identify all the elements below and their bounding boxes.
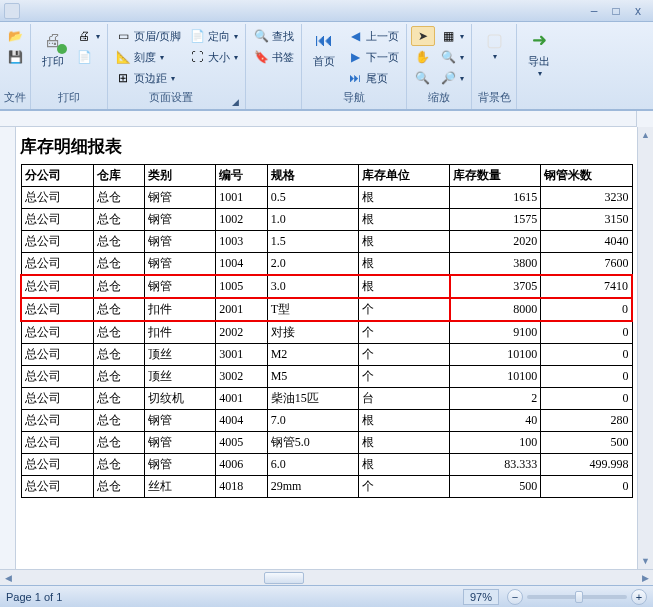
print-options-button[interactable]: 📄 [73,47,103,67]
table-cell: 0 [541,388,632,410]
table-cell: 个 [358,298,449,321]
zoom-slider-track[interactable] [527,595,627,599]
horizontal-scrollbar[interactable]: ◀ ▶ [0,569,653,585]
next-page-icon: ▶ [347,49,363,65]
vertical-scrollbar[interactable]: ▲ ▼ [637,127,653,569]
pointer-button[interactable]: ➤ [411,26,435,46]
many-pages-button[interactable]: ▦▾ [437,26,467,46]
first-page-button[interactable]: ⏮ 首页 [306,26,342,71]
next-page-button[interactable]: ▶下一页 [344,47,402,67]
group-file: 📂 💾 文件 [0,24,31,109]
table-cell: 1005 [216,275,267,298]
table-cell: 29mm [267,476,358,498]
open-button[interactable]: 📂 [4,26,26,46]
table-cell: 个 [358,321,449,344]
table-cell: 钢管5.0 [267,432,358,454]
table-cell: 0 [541,366,632,388]
document-area: 库存明细报表 分公司仓库类别编号规格库存单位库存数量钢管米数 总公司总仓钢管10… [0,110,653,585]
find-icon: 🔍 [253,28,269,44]
prev-page-button[interactable]: ◀上一页 [344,26,402,46]
table-cell: 7.0 [267,410,358,432]
column-header: 规格 [267,165,358,187]
table-cell: 100 [450,432,541,454]
zoom-percentage[interactable]: 97% [463,589,499,605]
status-bar: Page 1 of 1 97% − + [0,585,653,607]
page-setup-dialog-launcher[interactable]: ◢ [230,97,241,107]
table-cell: 总仓 [93,388,144,410]
table-cell: 根 [358,410,449,432]
scroll-up-button[interactable]: ▲ [638,127,653,143]
bgcolor-icon: ▢ [482,28,506,52]
table-cell: 3150 [541,209,632,231]
bgcolor-button[interactable]: ▢ ▾ [476,26,512,63]
table-cell: 1.0 [267,209,358,231]
table-cell: 顶丝 [145,344,216,366]
column-header: 库存数量 [450,165,541,187]
table-cell: 对接 [267,321,358,344]
export-button[interactable]: ➜ 导出 ▾ [521,26,557,80]
hscroll-track[interactable] [16,570,637,585]
quick-print-button[interactable]: 🖨▾ [73,26,103,46]
scroll-left-button[interactable]: ◀ [0,570,16,585]
table-cell: 总仓 [93,209,144,231]
vscroll-track[interactable] [638,143,653,553]
table-row: 总公司总仓扣件2001T型个80000 [21,298,632,321]
find-button[interactable]: 🔍查找 [250,26,297,46]
page-viewport[interactable]: 库存明细报表 分公司仓库类别编号规格库存单位库存数量钢管米数 总公司总仓钢管10… [16,127,637,569]
group-navigation-label: 导航 [306,88,402,107]
zoom-in-icon: 🔎 [440,70,456,86]
scroll-right-button[interactable]: ▶ [637,570,653,585]
size-icon: ⛶ [189,49,205,65]
last-page-button[interactable]: ⏭尾页 [344,68,402,88]
hscroll-thumb[interactable] [264,572,304,584]
orientation-button[interactable]: 📄定向▾ [186,26,241,46]
column-header: 钢管米数 [541,165,632,187]
group-export: ➜ 导出 ▾ [517,24,561,109]
table-cell: 4004 [216,410,267,432]
scroll-down-button[interactable]: ▼ [638,553,653,569]
save-button[interactable]: 💾 [4,47,26,67]
header-footer-button[interactable]: ▭页眉/页脚 [112,26,184,46]
table-cell: M5 [267,366,358,388]
maximize-button[interactable]: □ [605,3,627,19]
group-print: 🖨 打印 🖨▾ 📄 打印 [31,24,108,109]
table-cell: 个 [358,344,449,366]
magnifier-button[interactable]: 🔍 [411,68,435,88]
table-cell: 钢管 [145,275,216,298]
table-cell: 10100 [450,344,541,366]
zoom-plus-button[interactable]: + [631,589,647,605]
hand-button[interactable]: ✋ [411,47,435,67]
table-cell: 4040 [541,231,632,253]
close-button[interactable]: x [627,3,649,19]
table-cell: 根 [358,231,449,253]
size-button[interactable]: ⛶大小▾ [186,47,241,67]
table-cell: 3001 [216,344,267,366]
last-page-icon: ⏭ [347,70,363,86]
table-cell: 3800 [450,253,541,276]
zoom-out-button[interactable]: 🔍▾ [437,47,467,67]
vertical-ruler [0,127,16,569]
table-row: 总公司总仓钢管10021.0根15753150 [21,209,632,231]
many-pages-icon: ▦ [440,28,456,44]
table-cell: 1004 [216,253,267,276]
table-cell: 总公司 [21,209,93,231]
zoom-in-button[interactable]: 🔎▾ [437,68,467,88]
margins-button[interactable]: ⊞页边距▾ [112,68,184,88]
bookmark-icon: 🔖 [253,49,269,65]
table-cell: 7600 [541,253,632,276]
table-cell: 4001 [216,388,267,410]
printer-icon: 🖨 [41,28,65,52]
table-cell: 0.5 [267,187,358,209]
scale-button[interactable]: 📐刻度▾ [112,47,184,67]
table-cell: 扣件 [145,298,216,321]
table-cell: 总仓 [93,275,144,298]
zoom-minus-button[interactable]: − [507,589,523,605]
print-button[interactable]: 🖨 打印 [35,26,71,71]
table-row: 总公司总仓顶丝3001M2个101000 [21,344,632,366]
table-cell: 总仓 [93,432,144,454]
zoom-slider-thumb[interactable] [575,591,583,603]
table-cell: 3230 [541,187,632,209]
report-table: 分公司仓库类别编号规格库存单位库存数量钢管米数 总公司总仓钢管10010.5根1… [20,164,633,498]
minimize-button[interactable]: – [583,3,605,19]
bookmarks-button[interactable]: 🔖书签 [250,47,297,67]
